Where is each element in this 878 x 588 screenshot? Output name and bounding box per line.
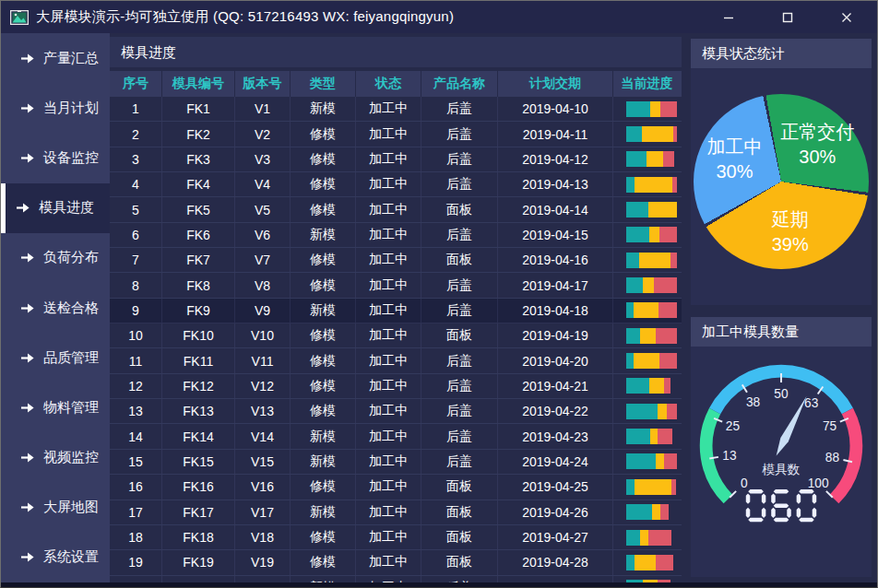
titlebar: 大屏模块演示-均可独立使用 (QQ: 517216493 WX: feiyang… xyxy=(1,1,877,33)
sidebar-item-8[interactable]: 物料管理 xyxy=(1,382,110,432)
close-button[interactable] xyxy=(835,6,859,29)
table-row[interactable]: 2 FK2 V2 修模 加工中 后盖 2019-04-11 xyxy=(110,122,682,147)
cell-version: V14 xyxy=(235,424,291,448)
cell-due-date: 2019-04-12 xyxy=(498,147,613,171)
sidebar-item-6[interactable]: 送检合格 xyxy=(1,283,110,333)
sidebar-item-10[interactable]: 大屏地图 xyxy=(1,483,110,533)
cell-status: 加工中 xyxy=(356,273,421,297)
cell-version: V8 xyxy=(235,273,291,297)
cell-seq: 6 xyxy=(110,223,162,247)
sidebar-item-1[interactable]: 产量汇总 xyxy=(1,33,110,83)
table-row[interactable]: 19 FK19 V19 修模 加工中 面板 2019-04-28 xyxy=(110,550,682,575)
table-row[interactable]: 16 FK16 V16 修模 加工中 面板 2019-04-25 xyxy=(110,475,682,500)
svg-text:50: 50 xyxy=(774,387,789,401)
cell-mold-id: FK10 xyxy=(162,323,235,347)
cell-seq: 16 xyxy=(110,475,162,499)
cell-progress xyxy=(613,223,681,247)
svg-text:38: 38 xyxy=(746,395,761,409)
cell-seq: 5 xyxy=(110,197,162,221)
cell-type: 新模 xyxy=(291,500,356,524)
cell-product: 后盖 xyxy=(421,172,498,196)
table-row[interactable]: 6 FK6 V6 新模 加工中 后盖 2019-04-15 xyxy=(110,223,682,248)
table-row[interactable]: 13 FK13 V13 修模 加工中 后盖 2019-04-22 xyxy=(110,399,682,424)
table-row[interactable]: 10 FK10 V10 修模 加工中 面板 2019-04-19 xyxy=(110,323,682,348)
cell-seq: 13 xyxy=(110,399,162,423)
table-row[interactable]: 1 FK1 V1 新模 加工中 后盖 2019-04-10 xyxy=(110,97,682,122)
cell-version: V15 xyxy=(235,450,291,474)
progress-bar xyxy=(626,177,677,193)
table-row[interactable]: 3 FK3 V3 修模 加工中 后盖 2019-04-12 xyxy=(110,147,682,172)
sidebar-item-4[interactable]: 模具进度 xyxy=(1,183,110,233)
cell-status: 加工中 xyxy=(356,172,421,196)
cell-status: 加工中 xyxy=(356,500,421,524)
arrow-right-icon xyxy=(21,303,34,313)
table-row[interactable]: 11 FK11 V11 修模 加工中 后盖 2019-04-20 xyxy=(110,348,682,373)
table-row[interactable]: 4 FK4 V4 修模 加工中 后盖 2019-04-13 xyxy=(110,172,682,197)
progress-bar xyxy=(626,555,677,570)
table-row[interactable]: 17 FK17 V17 新模 加工中 面板 2019-04-26 xyxy=(110,500,682,525)
cell-due-date: 2019-04-26 xyxy=(498,500,613,524)
arrow-right-icon xyxy=(17,203,30,213)
cell-version: V16 xyxy=(235,475,291,499)
cell-version: V6 xyxy=(235,223,291,247)
cell-due-date: 2019-04-18 xyxy=(498,299,613,323)
sidebar-item-label: 视频监控 xyxy=(43,449,99,466)
table-row[interactable]: 8 FK8 V8 修模 加工中 后盖 2019-04-17 xyxy=(110,273,682,298)
cell-seq: 12 xyxy=(110,374,162,398)
table-row[interactable]: 5 FK5 V5 修模 加工中 面板 2019-04-14 xyxy=(110,197,682,222)
cell-progress xyxy=(613,248,681,272)
cell-version: V18 xyxy=(235,525,291,549)
sidebar-item-label: 负荷分布 xyxy=(43,249,99,266)
app-window: 大屏模块演示-均可独立使用 (QQ: 517216493 WX: feiyang… xyxy=(0,0,878,588)
sidebar-item-11[interactable]: 系统设置 xyxy=(1,533,110,582)
arrow-right-icon xyxy=(21,403,34,413)
table-row[interactable]: 15 FK15 V15 新模 加工中 后盖 2019-04-24 xyxy=(110,450,682,475)
cell-status: 加工中 xyxy=(356,323,421,347)
progress-bar xyxy=(626,404,677,419)
table-row[interactable]: 7 FK7 V7 修模 加工中 面板 2019-04-16 xyxy=(110,248,682,273)
table-row[interactable]: 9 FK9 V9 新模 加工中 后盖 2019-04-18 xyxy=(110,299,682,323)
progress-bar xyxy=(626,253,677,268)
table-row[interactable]: 20 FK20 V20 新模 加工中 后盖 2019-04-29 xyxy=(110,576,682,582)
cell-product: 面板 xyxy=(421,525,498,549)
cell-version: V2 xyxy=(235,122,291,146)
cell-mold-id: FK4 xyxy=(162,172,235,196)
cell-progress xyxy=(613,500,681,524)
sidebar-item-label: 设备监控 xyxy=(43,149,99,167)
sidebar-item-3[interactable]: 设备监控 xyxy=(1,133,110,182)
cell-due-date: 2019-04-24 xyxy=(498,450,613,474)
cell-status: 加工中 xyxy=(356,122,421,146)
sidebar-item-2[interactable]: 当月计划 xyxy=(1,83,110,133)
cell-product: 后盖 xyxy=(421,147,498,171)
cell-version: V1 xyxy=(235,97,291,121)
cell-status: 加工中 xyxy=(356,374,421,398)
progress-bar xyxy=(626,479,677,495)
sidebar-item-7[interactable]: 品质管理 xyxy=(1,333,110,382)
cell-mold-id: FK5 xyxy=(162,197,235,221)
maximize-button[interactable] xyxy=(776,6,800,29)
cell-due-date: 2019-04-20 xyxy=(498,348,613,372)
sidebar-item-5[interactable]: 负荷分布 xyxy=(1,233,110,283)
cell-product: 后盖 xyxy=(421,450,498,474)
cell-mold-id: FK18 xyxy=(162,525,235,549)
cell-type: 修模 xyxy=(291,147,356,171)
cell-mold-id: FK13 xyxy=(162,399,235,423)
pie-slice-label: 正常交付30% xyxy=(780,120,854,170)
sidebar-item-label: 送检合格 xyxy=(43,300,99,317)
svg-text:63: 63 xyxy=(804,396,819,410)
cell-product: 后盖 xyxy=(421,348,498,372)
minimize-button[interactable] xyxy=(717,6,741,29)
progress-bar xyxy=(626,202,677,218)
cell-seq: 10 xyxy=(110,323,162,347)
cell-due-date: 2019-04-14 xyxy=(498,197,613,221)
table-row[interactable]: 12 FK12 V12 修模 加工中 后盖 2019-04-21 xyxy=(110,374,682,399)
cell-due-date: 2019-04-11 xyxy=(498,122,613,146)
table-row[interactable]: 14 FK14 V14 新模 加工中 后盖 2019-04-23 xyxy=(110,424,682,449)
sidebar-item-9[interactable]: 视频监控 xyxy=(1,433,110,483)
cell-type: 新模 xyxy=(291,424,356,448)
cell-progress xyxy=(613,323,681,347)
cell-product: 面板 xyxy=(421,500,498,524)
cell-mold-id: FK11 xyxy=(162,348,235,372)
pie-panel-title: 模具状态统计 xyxy=(691,39,872,68)
table-row[interactable]: 18 FK18 V18 修模 加工中 面板 2019-04-27 xyxy=(110,525,682,550)
